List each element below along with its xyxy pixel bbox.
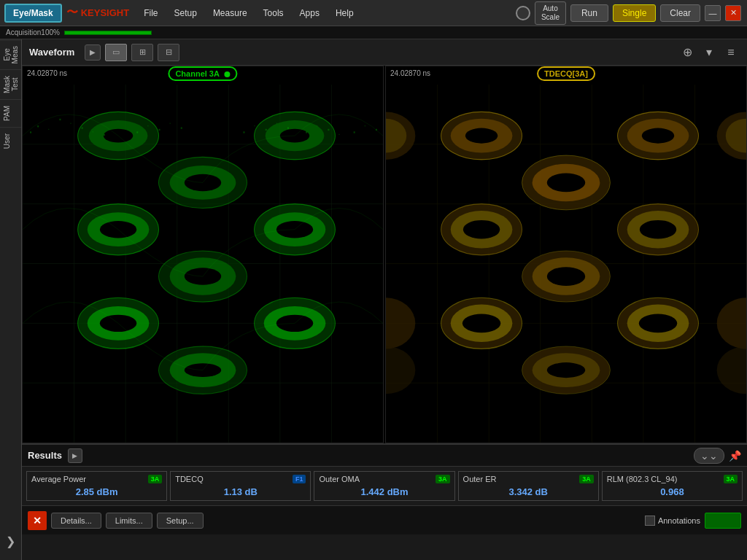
sidebar-item-user[interactable]: User bbox=[0, 127, 21, 155]
pin-icon[interactable]: 📌 bbox=[729, 450, 741, 462]
view-single-icon[interactable]: ▭ bbox=[105, 44, 127, 61]
status-circle bbox=[516, 6, 530, 20]
scroll-down-button[interactable]: ⌄⌄ bbox=[694, 448, 724, 464]
single-button[interactable]: Single bbox=[613, 4, 656, 22]
content-area: Waveform ▶ ▭ ⊞ ⊟ ⊕ ▾ ≡ 24.02870 ns Chann… bbox=[22, 39, 747, 560]
dropdown-arrow-icon[interactable]: ▾ bbox=[700, 44, 718, 61]
sidebar-item-eye-meas[interactable]: EyeMeas bbox=[0, 39, 21, 69]
result-value-rlm: 0.968 bbox=[607, 486, 738, 497]
svg-point-91 bbox=[642, 128, 674, 144]
results-table: Average Power 3A 2.85 dBm TDECQ F1 1.13 … bbox=[22, 467, 747, 505]
view-grid-icon[interactable]: ⊟ bbox=[158, 44, 179, 61]
svg-rect-57 bbox=[287, 127, 289, 128]
setup-button[interactable]: Setup... bbox=[157, 513, 204, 529]
menu-apps[interactable]: Apps bbox=[293, 5, 327, 21]
limits-button[interactable]: Limits... bbox=[106, 513, 152, 529]
result-cell-outer-er: Outer ER 3A 3.342 dB bbox=[458, 471, 599, 501]
view-split-icon[interactable]: ⊞ bbox=[131, 44, 153, 61]
details-button[interactable]: Details... bbox=[51, 513, 101, 529]
menu-setup[interactable]: Setup bbox=[167, 5, 204, 21]
svg-point-104 bbox=[547, 174, 585, 192]
x-button[interactable]: ✕ bbox=[28, 511, 47, 530]
eye-diagram-yellow bbox=[386, 85, 746, 443]
result-cell-rlm: RLM (802.3 CL_94) 3A 0.968 bbox=[602, 471, 743, 501]
svg-point-110 bbox=[639, 314, 677, 332]
auto-scale-button[interactable]: AutoScale bbox=[535, 1, 566, 25]
results-header: Results ▶ ⌄⌄ 📌 bbox=[22, 445, 747, 467]
menu-measure[interactable]: Measure bbox=[206, 5, 255, 21]
menu-tools[interactable]: Tools bbox=[256, 5, 291, 21]
svg-rect-43 bbox=[59, 119, 61, 120]
minimize-button[interactable]: — bbox=[705, 5, 721, 21]
result-value-outer-oma: 1.442 dBm bbox=[319, 486, 449, 497]
result-cell-outer-oma: Outer OMA 3A 1.442 dBm bbox=[314, 471, 454, 501]
left-panel: EyeMeas MaskTest PAM User ❯ bbox=[0, 39, 22, 560]
result-badge-rlm: 3A bbox=[724, 475, 738, 483]
menu-bar: File Setup Measure Tools Apps Help bbox=[136, 5, 516, 21]
result-badge-tdecq: F1 bbox=[293, 475, 306, 483]
svg-rect-45 bbox=[82, 127, 83, 128]
expand-arrow-icon[interactable]: ❯ bbox=[1, 530, 20, 553]
acquisition-progress-bar bbox=[64, 31, 152, 35]
waveform-display: 24.02870 ns Channel 3A bbox=[22, 66, 747, 443]
results-right-controls: ⌄⌄ 📌 bbox=[694, 448, 741, 464]
hamburger-menu-icon[interactable]: ≡ bbox=[722, 44, 740, 61]
svg-rect-40 bbox=[30, 131, 31, 133]
svg-rect-42 bbox=[48, 129, 49, 130]
result-name-outer-er: Outer ER bbox=[463, 475, 577, 483]
menu-help[interactable]: Help bbox=[328, 5, 361, 21]
close-button[interactable]: ✕ bbox=[725, 5, 741, 21]
menu-file[interactable]: File bbox=[136, 5, 165, 21]
clear-button[interactable]: Clear bbox=[660, 4, 700, 22]
result-badge-outer-oma: 3A bbox=[436, 475, 450, 483]
results-play-button[interactable]: ▶ bbox=[68, 448, 82, 463]
top-menu-bar: Eye/Mask 〜 KEYSIGHT File Setup Measure T… bbox=[0, 0, 747, 26]
toolbar-right: ⊕ ▾ ≡ bbox=[678, 44, 740, 61]
logo-button[interactable]: Eye/Mask bbox=[4, 4, 62, 23]
green-color-button[interactable] bbox=[705, 513, 741, 529]
results-panel: Results ▶ ⌄⌄ 📌 Average Power 3A 2.85 dBm bbox=[22, 443, 747, 560]
result-header-outer-oma: Outer OMA 3A bbox=[319, 475, 449, 483]
result-value-outer-er: 3.342 dB bbox=[463, 486, 594, 497]
wave-panel-right: 24.02870 ns TDECQ[3A] bbox=[385, 66, 747, 443]
svg-rect-60 bbox=[328, 129, 329, 131]
bottom-action-bar: ✕ Details... Limits... Setup... Annotati… bbox=[22, 505, 747, 534]
result-badge-outer-er: 3A bbox=[579, 475, 594, 483]
svg-point-88 bbox=[465, 128, 498, 144]
result-name-tdecq: TDECQ bbox=[175, 475, 290, 483]
result-header-outer-er: Outer ER 3A bbox=[463, 475, 594, 483]
acquisition-bar: Acquisition 100% bbox=[0, 26, 747, 39]
svg-rect-48 bbox=[136, 131, 138, 133]
channel-dot-icon bbox=[225, 71, 231, 77]
sidebar-item-mask-test[interactable]: MaskTest bbox=[0, 69, 21, 99]
svg-point-107 bbox=[462, 314, 500, 332]
svg-rect-62 bbox=[354, 131, 355, 133]
eye-diagram-green bbox=[23, 85, 383, 443]
svg-rect-63 bbox=[365, 125, 365, 126]
crosshair-icon[interactable]: ⊕ bbox=[678, 44, 696, 61]
svg-point-101 bbox=[640, 220, 676, 239]
wave-icon: 〜 bbox=[66, 5, 78, 20]
waveform-play-button[interactable]: ▶ bbox=[85, 44, 101, 61]
annotations-checkbox[interactable] bbox=[645, 516, 655, 526]
svg-rect-52 bbox=[181, 127, 182, 128]
main-container: EyeMeas MaskTest PAM User ❯ Waveform ▶ ▭… bbox=[0, 39, 747, 560]
top-right-controls: AutoScale Run Single Clear — ✕ bbox=[516, 1, 741, 25]
svg-rect-64 bbox=[376, 129, 377, 131]
svg-point-98 bbox=[463, 220, 500, 239]
result-name-rlm: RLM (802.3 CL_94) bbox=[607, 475, 721, 483]
result-value-tdecq: 1.13 dB bbox=[175, 486, 306, 497]
acquisition-progress-fill bbox=[65, 31, 151, 34]
acquisition-label: Acquisition bbox=[6, 28, 41, 36]
result-header-tdecq: TDECQ F1 bbox=[175, 475, 306, 483]
time-label-left: 24.02870 ns bbox=[27, 69, 67, 77]
run-button[interactable]: Run bbox=[570, 4, 608, 22]
acquisition-percent: 100% bbox=[41, 28, 60, 36]
annotations-checkbox-label[interactable]: Annotations bbox=[645, 516, 700, 526]
svg-rect-50 bbox=[159, 129, 160, 131]
sidebar-item-pam[interactable]: PAM bbox=[0, 99, 21, 127]
result-value-avg-power: 2.85 dBm bbox=[31, 486, 162, 497]
waveform-toolbar: Waveform ▶ ▭ ⊞ ⊟ ⊕ ▾ ≡ bbox=[22, 39, 747, 66]
results-title: Results bbox=[28, 450, 62, 461]
svg-rect-53 bbox=[243, 131, 244, 133]
